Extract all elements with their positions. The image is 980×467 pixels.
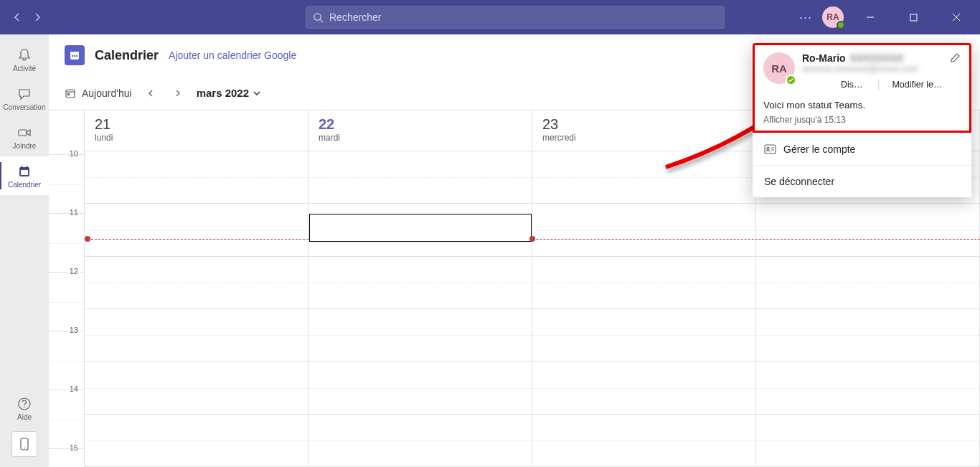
rail-label: Calendrier [8,181,41,189]
time-slot[interactable] [532,257,755,309]
time-label: 12 [49,273,84,331]
svg-rect-18 [74,55,75,57]
profile-popover: RA Ro-Mario XXXXXXXX xxxxxxx.xxxxxxxx@xx… [753,43,971,197]
window-minimize-button[interactable] [854,0,887,34]
time-slot[interactable] [85,204,308,256]
today-button[interactable]: Aujourd'hui [65,88,132,99]
presence-available-icon [837,21,845,29]
time-label: 11 [49,214,84,273]
time-label: 13 [49,331,84,390]
search-icon [313,12,324,23]
svg-point-12 [24,406,24,407]
title-bar: ··· RA [0,0,980,34]
time-slot[interactable] [308,257,532,309]
popover-avatar: RA [763,52,795,84]
popover-highlight-region: RA Ro-Mario XXXXXXXX xxxxxxx.xxxxxxxx@xx… [753,43,971,133]
calendar-icon [17,164,32,179]
availability-button[interactable]: Disponible ˅ [841,80,867,90]
svg-rect-21 [66,90,75,98]
day-column[interactable]: 23mercredi [532,110,756,467]
nav-forward-button[interactable] [30,10,44,24]
mobile-app-button[interactable] [11,431,37,457]
popover-user-name: Ro-Mario XXXXXXXX [802,52,943,64]
time-slot[interactable] [85,362,308,414]
day-number: 21 [95,116,298,133]
profile-avatar-button[interactable]: RA [822,6,844,28]
time-slot[interactable] [756,415,979,467]
video-icon [17,125,32,141]
time-slot[interactable] [85,309,308,362]
calendar-today-icon [65,88,76,99]
time-slot[interactable] [532,415,755,467]
rail-help[interactable]: Aide [0,392,49,424]
day-number: 23 [542,116,745,133]
search-input[interactable] [329,11,717,23]
selected-slot[interactable] [309,214,532,242]
time-slot[interactable] [756,257,979,309]
status-message-text: Voici mon statut Teams. [763,100,961,110]
svg-point-25 [767,147,769,149]
window-close-button[interactable] [940,0,973,34]
presence-available-icon [786,75,796,85]
svg-rect-3 [910,14,917,21]
manage-account-button[interactable]: Gérer le compte [753,133,971,165]
chevron-down-icon [253,90,260,97]
time-slot[interactable] [85,151,308,204]
day-name: mercredi [542,133,745,143]
rail-chat[interactable]: Conversation [0,79,49,118]
search-box[interactable] [306,6,725,29]
day-number: 22 [319,116,522,133]
month-picker[interactable]: mars 2022 [197,87,260,99]
svg-point-0 [314,13,321,19]
now-dot-icon [529,236,535,242]
time-slot[interactable] [532,151,755,204]
time-slot[interactable] [532,309,755,362]
day-column[interactable]: 21lundi [85,110,308,467]
time-slot[interactable] [308,151,532,204]
prev-week-button[interactable] [142,85,159,102]
svg-rect-17 [72,55,73,57]
chat-icon [17,86,32,102]
svg-rect-16 [70,52,79,54]
rail-join[interactable]: Joindre [0,118,49,156]
svg-rect-24 [765,145,776,154]
rail-label: Aide [17,413,32,421]
sign-out-button[interactable]: Se déconnecter [753,165,971,197]
next-week-button[interactable] [169,85,187,102]
more-button[interactable]: ··· [799,10,812,25]
day-header[interactable]: 21lundi [85,110,308,151]
avatar-initials: RA [826,12,839,22]
svg-line-1 [320,19,323,22]
rail-activity[interactable]: Activité [0,40,49,79]
time-slot[interactable] [308,309,532,362]
edit-status-message-button[interactable]: Modifier le message d... [892,80,943,90]
now-dot-icon [85,236,90,242]
time-slot[interactable] [756,204,979,256]
time-slot[interactable] [85,415,308,467]
popover-user-email: xxxxxxx.xxxxxxxx@xxxxx.com [802,64,943,74]
time-slot[interactable] [85,257,308,309]
id-card-icon [764,144,776,154]
add-google-calendar-link[interactable]: Ajouter un calendrier Google [169,49,296,61]
svg-rect-8 [21,170,28,175]
edit-profile-button[interactable] [950,52,961,63]
rail-label: Activité [13,65,36,72]
day-name: mardi [319,133,522,143]
time-slot[interactable] [756,309,979,362]
window-maximize-button[interactable] [897,0,930,34]
day-column[interactable]: 22mardi [308,110,532,467]
rail-calendar[interactable]: Calendrier [0,156,49,195]
nav-back-button[interactable] [10,10,24,24]
day-name: lundi [95,133,298,143]
time-label: 15 [49,449,84,467]
day-header[interactable]: 22mardi [308,110,532,151]
rail-label: Joindre [13,142,37,150]
svg-rect-6 [19,130,27,136]
time-slot[interactable] [308,362,532,414]
time-slot[interactable] [756,362,979,414]
time-slot[interactable] [532,362,755,414]
day-header[interactable]: 23mercredi [532,110,755,151]
time-slot[interactable] [308,415,532,467]
time-slot[interactable] [532,204,755,256]
status-until-text: Afficher jusqu'à 15:13 [763,115,961,125]
